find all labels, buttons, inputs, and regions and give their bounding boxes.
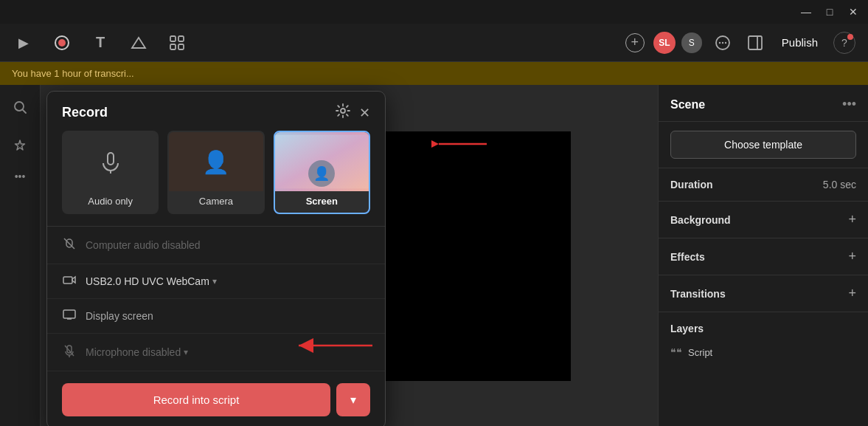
record-option-audio[interactable]: Audio only (62, 131, 159, 214)
avatar-s: S (681, 32, 702, 53)
search-icon[interactable] (7, 94, 33, 120)
avatar-sl: SL (653, 32, 676, 54)
banner: You have 1 hour of transcri... (0, 62, 868, 85)
svg-point-8 (722, 41, 723, 43)
effects-label: Effects (670, 251, 705, 263)
scene-header: Scene ••• (659, 85, 868, 122)
svg-rect-5 (178, 44, 184, 49)
layer-script[interactable]: ❝❝ Script (670, 342, 856, 363)
svg-point-7 (719, 41, 721, 43)
record-options: Audio only 👤 Camera (47, 131, 385, 226)
display-icon (62, 309, 77, 323)
notification-icon[interactable]: ? (833, 31, 856, 55)
add-collaborator-button[interactable]: + (625, 33, 645, 52)
publish-button[interactable]: Publish (776, 36, 824, 49)
record-btn-area: Record into script ▾ (47, 371, 385, 426)
toolbar-right: + SL S Publish ? (625, 31, 856, 55)
audio-thumb (63, 132, 157, 191)
chat-icon[interactable] (711, 31, 735, 55)
script-label: Script (688, 347, 712, 358)
webcam-chevron-icon: ▾ (212, 276, 217, 286)
display-label: Display screen (86, 310, 153, 322)
text-icon[interactable]: T (88, 31, 112, 55)
webcam-value: USB2.0 HD UVC WebCam ▾ (86, 275, 217, 287)
camera-thumb: 👤 (169, 132, 263, 191)
main-toolbar: ▶ T + SL S (0, 24, 868, 62)
effects-add-icon[interactable]: + (848, 249, 856, 264)
maximize-button[interactable]: □ (824, 6, 836, 18)
microphone-disabled-icon (62, 344, 77, 360)
microphone-value: Microphone disabled ▾ (86, 346, 188, 358)
modal-header: Record ✕ (47, 92, 385, 131)
setting-webcam[interactable]: USB2.0 HD UVC WebCam ▾ (47, 264, 385, 299)
record-dropdown-button[interactable]: ▾ (336, 383, 370, 416)
screen-thumb: 👤 (275, 132, 369, 191)
microphone-label: Microphone disabled (86, 346, 181, 358)
transitions-add-icon[interactable]: + (848, 286, 856, 301)
duration-label: Duration (670, 179, 713, 190)
microphone-chevron-icon: ▾ (184, 347, 188, 357)
svg-rect-10 (749, 36, 762, 49)
notification-dot (847, 34, 853, 40)
setting-microphone[interactable]: Microphone disabled ▾ (47, 334, 385, 371)
screen-label: Screen (275, 191, 369, 213)
left-sidebar: ••• (0, 85, 41, 426)
background-row[interactable]: Background + (659, 201, 868, 238)
record-into-script-button[interactable]: Record into script (62, 383, 330, 416)
webcam-label: USB2.0 HD UVC WebCam (86, 275, 209, 287)
svg-rect-15 (108, 153, 114, 165)
close-button[interactable]: ✕ (847, 6, 859, 18)
script-icon: ❝❝ (670, 346, 682, 358)
effects-row[interactable]: Effects + (659, 238, 868, 275)
record-icon[interactable] (50, 31, 74, 55)
layers-title: Layers (670, 323, 856, 334)
minimize-button[interactable]: — (800, 6, 812, 18)
camera-label: Camera (169, 191, 263, 213)
main-content: ••• Record ✕ (0, 85, 868, 426)
modal-header-actions: ✕ (336, 103, 370, 122)
choose-template-button[interactable]: Choose template (670, 131, 856, 159)
record-settings: Computer audio disabled USB2.0 HD UVC We… (47, 226, 385, 371)
audio-only-label: Audio only (63, 191, 157, 213)
svg-point-14 (341, 109, 345, 113)
svg-rect-21 (63, 310, 75, 318)
setting-computer-audio: Computer audio disabled (47, 227, 385, 264)
modal-close-button[interactable]: ✕ (359, 105, 370, 121)
modal-title: Record (62, 105, 108, 120)
background-label: Background (670, 214, 731, 226)
grid-icon[interactable] (165, 31, 189, 55)
svg-rect-3 (178, 36, 184, 41)
svg-rect-4 (170, 44, 176, 49)
modal-overlay: Record ✕ (41, 85, 658, 426)
camera-icon (62, 275, 77, 288)
ai-icon[interactable] (7, 132, 33, 159)
layers-section: Layers ❝❝ Script (659, 312, 868, 368)
svg-point-9 (725, 41, 726, 43)
duration-value: 5.0 sec (823, 179, 856, 190)
window-controls: — □ ✕ (800, 6, 859, 18)
toolbar-left-icons: ▶ T (12, 31, 189, 55)
record-option-camera[interactable]: 👤 Camera (167, 131, 264, 214)
settings-icon[interactable] (336, 103, 350, 122)
record-option-screen[interactable]: 👤 Screen (274, 131, 370, 214)
computer-audio-label: Computer audio disabled (86, 239, 201, 251)
svg-line-13 (23, 110, 26, 113)
title-bar: — □ ✕ (0, 0, 868, 24)
background-add-icon[interactable]: + (848, 212, 856, 227)
right-panel: Scene ••• Choose template Duration 5.0 s… (658, 85, 868, 426)
more-icon[interactable]: ••• (15, 171, 26, 182)
sidebar-toggle-icon[interactable] (743, 31, 767, 55)
play-icon[interactable]: ▶ (12, 31, 35, 55)
banner-text: You have 1 hour of transcri... (12, 68, 134, 79)
shapes-icon[interactable] (127, 31, 150, 55)
setting-display: Display screen (47, 299, 385, 334)
duration-row: Duration 5.0 sec (659, 168, 868, 201)
scene-more-icon[interactable]: ••• (842, 97, 856, 112)
record-modal: Record ✕ (46, 91, 386, 426)
svg-rect-2 (170, 36, 176, 41)
transitions-row[interactable]: Transitions + (659, 275, 868, 312)
audio-disabled-icon (62, 237, 77, 253)
scene-title: Scene (670, 98, 705, 111)
user-avatars: SL S (653, 32, 702, 54)
svg-point-12 (15, 102, 24, 111)
